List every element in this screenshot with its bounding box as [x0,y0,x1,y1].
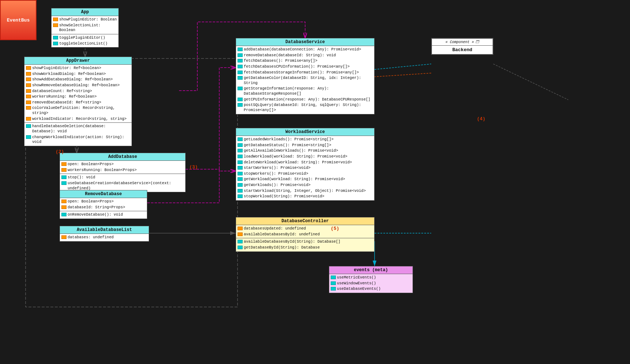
fi [61,205,67,209]
mi [238,65,243,68]
mi [238,71,243,74]
fi [26,117,31,121]
workloadservice-methods: getLoadedWorkloads(): Promise<string[]> … [236,136,374,200]
appdrawer-title: AppDrawer [24,57,132,65]
field-icon [53,18,58,21]
mi [238,59,243,62]
databaseservice-box: DatabaseService addDatabase(databaseConn… [236,38,375,114]
databasecontroller-box: DatabaseController databasesUpdated: und… [236,217,375,252]
fi [26,101,31,104]
fi [26,77,31,81]
appdrawer-box: AppDrawer showPluginEditor: Ref<boolean>… [24,57,132,146]
label-2: (2) [56,149,64,155]
mi [331,287,336,291]
svg-line-7 [493,64,568,100]
mi [238,149,243,152]
eventbus-box: EventBus [0,0,37,40]
eventbus-label: EventBus [7,18,30,23]
mi [61,181,67,185]
mi [238,194,243,198]
app-fields: showPluginEditor: Boolean showSelectionL… [52,16,118,34]
backend-component-box: « Component » 🗖 Backend [431,38,493,55]
availabledatabaselist-box: AvailableDatabaseList databases: undefin… [60,226,149,242]
mi [238,166,243,170]
fi [61,168,67,172]
databaseservice-title: DatabaseService [236,38,374,46]
databasecontroller-methods: availableDatabasesById(String): Database… [236,238,374,251]
mi [238,53,243,57]
field-icon [53,23,58,27]
fi [26,89,31,93]
mi [238,87,243,90]
app-field-2: showSelectionList: Boolean [53,23,117,33]
app-methods: togglePluginEditor() toggleSelectionList… [52,34,118,47]
backend-component-label: « Component » 🗖 [432,39,493,46]
mi [238,172,243,175]
adddatabase-methods: stop(): void useDatabaseCreation<databas… [60,174,185,192]
fi [26,106,31,110]
mi [238,48,243,51]
availabledatabaselist-title: AvailableDatabaseList [60,226,149,234]
mi [238,189,243,193]
databasecontroller-fields: databasesUpdated: undefined availableDat… [236,225,374,238]
appdrawer-methods: handleDatabaseDeletion(database: Databas… [24,123,132,146]
appdrawer-fields: showPluginEditor: Ref<boolean> showWorkl… [24,65,132,123]
fi [26,95,31,98]
mi [26,124,31,128]
fi [26,72,31,76]
svg-line-6 [375,73,431,77]
mi [331,281,336,285]
label-3: (3) [189,164,198,170]
removedatabase-methods: onRemoveDatabase(): void [60,211,147,219]
fi [61,200,67,203]
mi [238,246,243,249]
events-box: events (meta) useMetricEvents() useWindo… [329,266,413,293]
fi [26,83,31,87]
mi [238,98,243,101]
databaseservice-methods: addDatabase(databaseConnection: Any): Pr… [236,46,374,114]
events-methods: useMetricEvents() useWindowEvents() useD… [329,274,413,293]
app-box: App showPluginEditor: Boolean showSelect… [51,8,119,48]
app-method-1: togglePluginEditor() [53,35,117,41]
mi [238,240,243,243]
fi [238,227,243,230]
removedatabase-fields: open: Boolean<Props> databaseId: String<… [60,198,147,211]
fi [61,235,67,239]
mi [238,103,243,107]
app-field-1: showPluginEditor: Boolean [53,17,117,23]
databasecontroller-title: DatabaseController [236,217,374,225]
events-title: events (meta) [329,266,413,274]
mi [331,276,336,279]
mi [26,135,31,139]
removedatabase-box: RemoveDatabase open: Boolean<Props> data… [60,190,147,219]
mi [238,160,243,164]
adddatabase-title: AddDatabase [60,153,185,161]
removedatabase-title: RemoveDatabase [60,190,147,198]
workloadservice-box: WorkloadService getLoadedWorkloads(): Pr… [236,128,375,201]
mi [238,143,243,147]
mi [238,155,243,158]
backend-name: Backend [432,46,493,54]
label-5: (5) [331,226,339,231]
svg-line-5 [375,64,431,69]
app-method-2: toggleSelectionList() [53,41,117,47]
availabledatabaselist-fields: databases: undefined [60,234,149,241]
mi [61,175,67,179]
mi [238,137,243,141]
adddatabase-box: AddDatabase open: Boolean<Props> workers… [60,153,186,192]
app-title: App [52,8,118,16]
label-4: (4) [477,116,485,122]
mi [238,76,243,80]
mi [238,177,243,181]
workloadservice-title: WorkloadService [236,128,374,136]
adddatabase-fields: open: Boolean<Props> workersRunning: Boo… [60,161,185,174]
fi [61,162,67,166]
mi [238,183,243,187]
fi [26,66,31,70]
fi [238,232,243,236]
method-icon [53,36,58,39]
method-icon [53,42,58,45]
mi [61,213,67,216]
